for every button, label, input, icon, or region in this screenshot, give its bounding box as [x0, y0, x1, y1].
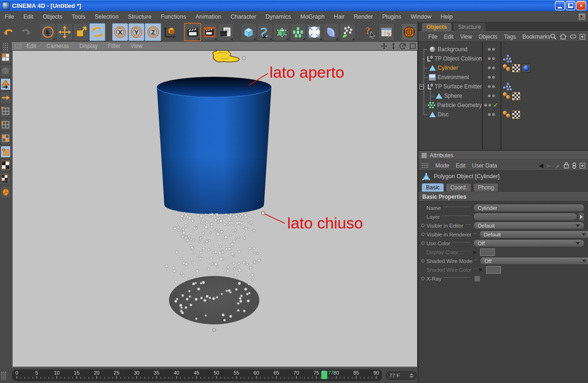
tree-row-sphere[interactable]: Sphere [419, 91, 588, 101]
lock-icon[interactable] [564, 162, 569, 168]
om-menu-file[interactable]: File [428, 34, 437, 40]
menu-help[interactable]: Help [436, 13, 458, 20]
om-menu-view[interactable]: View [460, 34, 472, 40]
add-panel-icon[interactable] [580, 34, 585, 40]
attr-menu-mode[interactable]: Mode [435, 162, 449, 169]
menu-selection[interactable]: Selection [90, 13, 123, 20]
uvw-tag-icon[interactable] [512, 64, 520, 72]
animation-mode-button[interactable] [0, 186, 11, 198]
home-icon[interactable] [560, 34, 567, 40]
add-environment-button[interactable] [323, 23, 339, 41]
display-color-swatch[interactable] [480, 249, 495, 256]
tab-basic[interactable]: Basic [421, 183, 444, 192]
orbit-icon[interactable] [399, 43, 406, 49]
animation-dot[interactable] [421, 259, 425, 262]
vp-menu-view[interactable]: View [130, 43, 142, 49]
tree-row-background[interactable]: Background [419, 45, 588, 54]
model-mode-button[interactable] [0, 65, 11, 77]
expand-arrow-icon[interactable] [473, 250, 476, 254]
enabled-check-icon[interactable]: ✓ [493, 102, 498, 108]
menu-file[interactable]: File [0, 13, 19, 20]
tree-row-tp-object-collision[interactable]: 0 TP Object Collision [419, 54, 588, 63]
render-view-button[interactable] [184, 23, 201, 41]
render-active-view-button[interactable] [202, 23, 217, 41]
restore-button[interactable] [566, 1, 575, 10]
vp-menu-cameras[interactable]: Cameras [47, 43, 69, 49]
maximize-view-icon[interactable] [410, 43, 416, 49]
tab-structure[interactable]: Structure [453, 22, 486, 31]
object-mode-button[interactable] [0, 146, 11, 158]
menu-functions[interactable]: Functions [156, 13, 190, 20]
tab-objects[interactable]: Objects [421, 22, 452, 31]
uvw-tag-icon[interactable] [512, 111, 520, 119]
menu-mograph[interactable]: MoGraph [296, 13, 329, 20]
attr-menu-userdata[interactable]: User Data [472, 162, 497, 169]
om-menu-bookmarks[interactable]: Bookmarks [522, 34, 550, 40]
coordinate-system-button[interactable] [162, 23, 177, 41]
menu-structure[interactable]: Structure [123, 13, 156, 20]
current-frame-field[interactable]: 77 F [386, 371, 417, 380]
help-button[interactable]: ? [362, 23, 378, 41]
history-back-icon[interactable]: ◀ [539, 162, 543, 169]
cylinder-object[interactable] [157, 77, 271, 214]
animation-dot[interactable] [421, 233, 425, 236]
title-bar[interactable]: CINEMA 4D - [Untitled *] × [0, 0, 588, 11]
visible-in-renderer-dropdown[interactable]: Default [480, 230, 588, 238]
visibility-toggles[interactable] [482, 57, 500, 60]
undo-button[interactable] [1, 23, 17, 41]
add-effector-button[interactable] [339, 23, 355, 41]
disc-object[interactable] [169, 276, 259, 324]
add-primitive-button[interactable] [241, 23, 257, 41]
menu-hair[interactable]: Hair [329, 13, 349, 20]
lock-z-axis-button[interactable]: Z [145, 23, 161, 41]
basic-properties-section[interactable]: Basic Properties [419, 192, 588, 202]
collapse-expander[interactable] [419, 84, 424, 89]
dolly-icon[interactable] [391, 43, 396, 49]
timeline-ruler[interactable]: 05101520253035404550556065707580859077 [12, 370, 382, 381]
menu-render[interactable]: Render [349, 13, 378, 20]
menu-edit[interactable]: Edit [19, 13, 38, 20]
use-color-dropdown[interactable]: Off [473, 239, 584, 247]
visible-in-editor-dropdown[interactable]: Default [473, 222, 584, 229]
pan-icon[interactable] [381, 43, 387, 49]
menu-dynamics[interactable]: Dynamics [261, 13, 296, 20]
add-spline-button[interactable] [257, 23, 273, 41]
object-axis-mode-button[interactable] [0, 78, 11, 90]
menu-objects[interactable]: Objects [38, 13, 67, 20]
command-manager-button[interactable]: ? [378, 23, 394, 41]
om-menu-grip[interactable] [421, 34, 422, 40]
attr-menu-edit[interactable]: Edit [456, 162, 466, 169]
search-icon[interactable] [550, 34, 556, 40]
menu-window[interactable]: Window [406, 13, 436, 20]
material-tag-icon[interactable] [521, 64, 531, 73]
link-icon[interactable] [572, 162, 576, 169]
axis-mode-button[interactable] [0, 92, 11, 104]
layer-field[interactable] [473, 213, 577, 221]
tree-row-tp-surface-emitter[interactable]: 0 TP Surface Emitter [419, 82, 588, 91]
point-mode-button[interactable] [0, 105, 11, 117]
pin-icon[interactable] [554, 163, 561, 168]
viewport-canvas[interactable]: lato aperto lato chiuso [12, 50, 418, 367]
om-menu-edit[interactable]: Edit [444, 34, 453, 40]
timeline-grip[interactable] [1, 371, 7, 380]
visibility-toggles[interactable] [482, 67, 500, 69]
menu-tools[interactable]: Tools [67, 13, 90, 20]
visibility-toggles[interactable] [482, 94, 500, 97]
animation-dot[interactable] [421, 277, 425, 280]
tab-phong[interactable]: Phong [473, 183, 499, 192]
add-panel-icon[interactable] [580, 163, 585, 168]
online-updater-button[interactable] [401, 23, 417, 41]
visibility-toggles[interactable] [482, 48, 500, 51]
menu-animation[interactable]: Animation [191, 13, 226, 20]
make-editable-button[interactable] [0, 51, 11, 63]
add-array-button[interactable] [290, 23, 306, 41]
dock-icon[interactable] [579, 13, 585, 20]
toolbar-grip[interactable] [3, 43, 8, 51]
animation-dot[interactable] [421, 242, 425, 245]
tree-row-particle-geometry[interactable]: Particle Geometry ✓ [419, 101, 588, 110]
add-particle-emitter-button[interactable] [306, 23, 322, 41]
om-menu-tags[interactable]: Tags [504, 34, 516, 40]
visibility-toggles[interactable] [482, 76, 500, 79]
redo-button[interactable] [17, 23, 33, 41]
rotate-button[interactable] [89, 23, 105, 41]
